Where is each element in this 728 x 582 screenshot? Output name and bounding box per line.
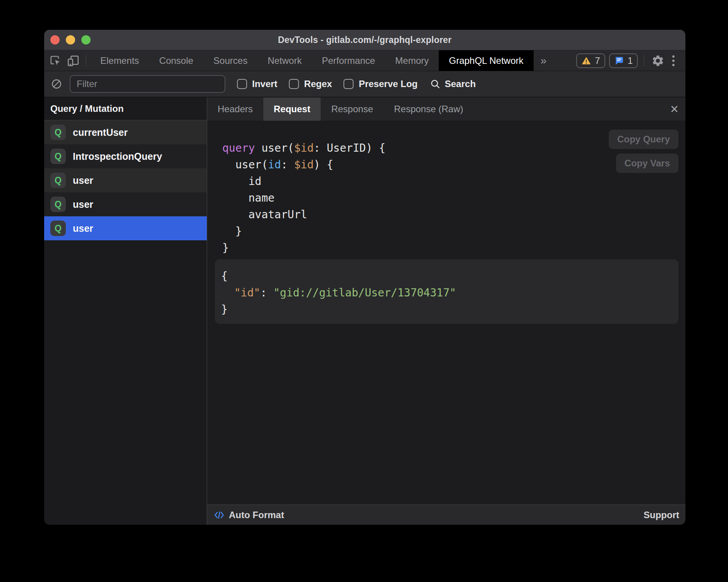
invert-checkbox[interactable] [237,79,247,89]
search-label: Search [445,79,476,89]
detail-panel: Headers Request Response Response (Raw) … [207,98,685,525]
tab-response[interactable]: Response [321,98,383,121]
search-icon [430,79,441,89]
clear-block-icon[interactable] [50,78,64,90]
query-type-badge: Q [50,125,66,140]
copy-vars-button[interactable]: Copy Vars [616,154,678,173]
zoom-window-button[interactable] [81,35,91,45]
more-tabs-icon[interactable]: » [534,50,554,71]
query-variables-box: { "id": "gid://gitlab/User/13704317"} [215,259,678,324]
query-type-badge: Q [50,173,66,188]
query-type-badge: Q [50,149,66,164]
message-bubble-icon [614,56,624,66]
invert-checkbox-group[interactable]: Invert [237,79,277,89]
query-list-header: Query / Mutation [44,98,207,120]
tab-performance[interactable]: Performance [312,50,385,71]
support-link[interactable]: Support [644,510,679,520]
query-type-badge: Q [50,197,66,212]
tab-elements[interactable]: Elements [90,50,149,71]
invert-label: Invert [252,79,277,89]
close-window-button[interactable] [50,35,60,45]
query-list-panel: Query / Mutation Q currentUser Q Introsp… [44,98,207,525]
list-item-introspectionquery[interactable]: Q IntrospectionQuery [44,144,207,168]
tab-graphql-network[interactable]: GraphQL Network [439,50,534,71]
title-bar: DevTools - gitlab.com/-/graphql-explorer [44,30,685,50]
more-options-icon[interactable] [667,55,680,66]
tab-network[interactable]: Network [258,50,312,71]
close-detail-icon[interactable]: × [663,98,685,121]
panel-tabs: Elements Console Sources Network Perform… [90,50,534,71]
auto-format-button[interactable]: Auto Format [213,509,284,521]
tab-request[interactable]: Request [263,98,321,121]
tab-memory[interactable]: Memory [385,50,439,71]
toolbar-separator [644,55,644,67]
tab-headers[interactable]: Headers [207,98,263,121]
query-type-badge: Q [50,221,66,236]
list-item-currentuser[interactable]: Q currentUser [44,120,207,144]
preserve-log-label: Preserve Log [359,79,417,89]
list-item-user-2[interactable]: Q user [44,192,207,216]
issues-count: 1 [628,55,633,66]
toolbar-right: 7 1 [572,50,685,71]
copy-query-button[interactable]: Copy Query [609,130,678,149]
window-title: DevTools - gitlab.com/-/graphql-explorer [278,35,452,45]
devtools-window: DevTools - gitlab.com/-/graphql-explorer… [44,30,685,525]
filter-bar: Invert Regex Preserve Log Search [44,71,685,98]
request-content: query user($id: UserID) { user(id: $id) … [207,121,685,505]
regex-checkbox[interactable] [289,79,299,89]
search-toggle[interactable]: Search [430,79,476,89]
regex-checkbox-group[interactable]: Regex [289,79,332,89]
preserve-log-checkbox-group[interactable]: Preserve Log [343,79,417,89]
devtools-toolbar: Elements Console Sources Network Perform… [44,50,685,71]
warning-icon [581,56,591,66]
main-area: Query / Mutation Q currentUser Q Introsp… [44,98,685,525]
filter-input[interactable] [70,75,225,93]
toolbar-separator [86,55,86,67]
detail-footer: Auto Format Support [207,505,685,525]
inspect-element-icon[interactable] [46,50,64,71]
warning-count: 7 [595,55,600,66]
preserve-log-checkbox[interactable] [343,79,354,89]
tab-console[interactable]: Console [149,50,203,71]
list-item-user-3-selected[interactable]: Q user [44,216,207,240]
issues-badge[interactable]: 1 [609,53,638,68]
tab-response-raw[interactable]: Response (Raw) [383,98,474,121]
tab-sources[interactable]: Sources [203,50,258,71]
settings-gear-icon[interactable] [649,54,667,67]
code-brackets-icon [213,509,225,521]
toggle-device-toolbar-icon[interactable] [64,50,82,71]
warnings-badge[interactable]: 7 [576,53,605,68]
list-item-user-1[interactable]: Q user [44,168,207,192]
traffic-lights [50,30,91,50]
minimize-window-button[interactable] [66,35,75,45]
detail-tabs: Headers Request Response Response (Raw) … [207,98,685,121]
regex-label: Regex [304,79,332,89]
